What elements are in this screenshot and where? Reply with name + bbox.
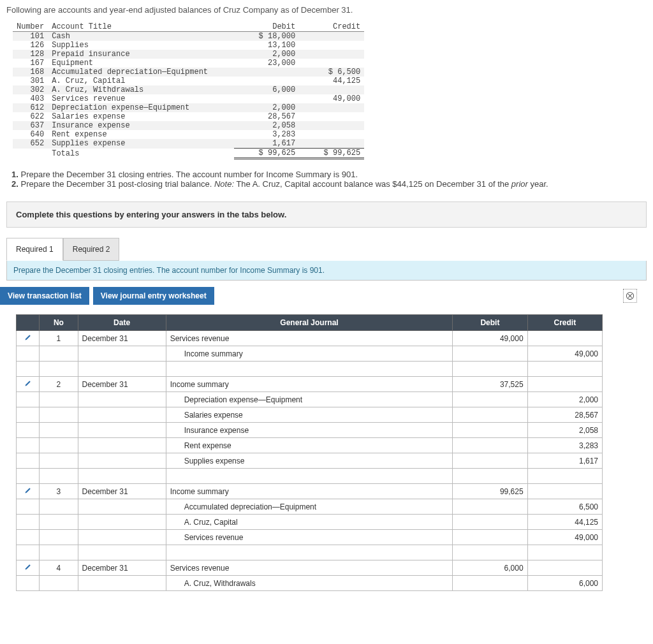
credit-cell[interactable]: 2,000: [527, 392, 602, 407]
credit-cell[interactable]: 2,058: [527, 423, 602, 438]
debit-cell[interactable]: 99,625: [453, 484, 527, 499]
entry-no: [40, 392, 78, 407]
account-cell[interactable]: Rent expense: [166, 438, 453, 453]
credit-cell[interactable]: 3,283: [527, 438, 602, 453]
account-cell[interactable]: Services revenue: [166, 331, 453, 346]
credit-cell[interactable]: 1,617: [527, 453, 602, 469]
entry-no: [40, 453, 78, 469]
entry-date[interactable]: [78, 453, 166, 469]
entry-no: [40, 576, 78, 591]
entry-date[interactable]: [78, 576, 166, 591]
account-cell[interactable]: Insurance expense: [166, 423, 453, 438]
entry-date[interactable]: [78, 392, 166, 407]
account-cell[interactable]: Accumulated depreciation—Equipment: [166, 499, 453, 515]
edit-cell: [17, 499, 40, 515]
entry-no: [40, 438, 78, 453]
tab-required-2[interactable]: Required 2: [63, 238, 120, 261]
entry-date[interactable]: December 31: [78, 484, 166, 499]
edit-cell: [17, 530, 40, 545]
account-cell[interactable]: Services revenue: [166, 560, 453, 576]
task-2-text-a: Prepare the December 31 post-closing tri…: [18, 179, 214, 189]
task-list: 1. Prepare the December 31 closing entri…: [0, 166, 653, 193]
edit-icon[interactable]: [24, 334, 32, 343]
debit-cell[interactable]: [453, 423, 527, 438]
account-cell[interactable]: Income summary: [166, 346, 453, 362]
entry-date[interactable]: [78, 530, 166, 545]
edit-icon[interactable]: [24, 564, 32, 573]
task-1-text: Prepare the December 31 closing entries.…: [18, 170, 358, 179]
task-2-num: 2.: [11, 179, 18, 189]
entry-date[interactable]: December 31: [78, 331, 166, 346]
debit-cell[interactable]: [453, 515, 527, 530]
entry-date[interactable]: [78, 515, 166, 530]
entry-no: [40, 499, 78, 515]
view-transaction-list-button[interactable]: View transaction list: [0, 287, 89, 305]
credit-cell[interactable]: [527, 560, 602, 576]
entry-date[interactable]: [78, 423, 166, 438]
entry-date[interactable]: December 31: [78, 560, 166, 576]
edit-icon[interactable]: [24, 487, 32, 496]
edit-cell: [17, 346, 40, 362]
edit-cell: [17, 392, 40, 407]
credit-cell[interactable]: 28,567: [527, 407, 602, 423]
account-cell[interactable]: Supplies expense: [166, 453, 453, 469]
edit-cell: [17, 407, 40, 423]
entry-date[interactable]: [78, 407, 166, 423]
edit-cell: [17, 576, 40, 591]
credit-cell[interactable]: 49,000: [527, 346, 602, 362]
debit-cell[interactable]: [453, 346, 527, 362]
account-cell[interactable]: Services revenue: [166, 530, 453, 545]
entry-no: [40, 346, 78, 362]
debit-cell[interactable]: [453, 407, 527, 423]
credit-cell[interactable]: 44,125: [527, 515, 602, 530]
edit-cell[interactable]: [17, 484, 40, 499]
credit-cell[interactable]: [527, 377, 602, 392]
entry-no: [40, 515, 78, 530]
edit-cell[interactable]: [17, 331, 40, 346]
tab-required-1[interactable]: Required 1: [6, 238, 63, 261]
entry-no: 3: [40, 484, 78, 499]
credit-cell[interactable]: 6,500: [527, 499, 602, 515]
edit-cell: [17, 438, 40, 453]
debit-cell[interactable]: 49,000: [453, 331, 527, 346]
intro-text: Following are accounts and year-end adju…: [0, 0, 653, 20]
debit-cell[interactable]: [453, 576, 527, 591]
debit-cell[interactable]: [453, 438, 527, 453]
close-icon[interactable]: [623, 289, 637, 303]
credit-cell[interactable]: [527, 331, 602, 346]
entry-no: [40, 423, 78, 438]
debit-cell[interactable]: 37,525: [453, 377, 527, 392]
edit-cell[interactable]: [17, 560, 40, 576]
edit-cell: [17, 423, 40, 438]
debit-cell[interactable]: [453, 392, 527, 407]
entry-date[interactable]: [78, 346, 166, 362]
account-cell[interactable]: Depreciation expense—Equipment: [166, 392, 453, 407]
tab-bar: Required 1 Required 2: [6, 238, 647, 261]
task-2-text-b: The A. Cruz, Capital account balance was…: [234, 179, 511, 189]
prior-italic: prior: [511, 179, 528, 189]
credit-cell[interactable]: [527, 484, 602, 499]
task-2-text-c: year.: [528, 179, 548, 189]
edit-cell: [17, 515, 40, 530]
account-cell[interactable]: A. Cruz, Capital: [166, 515, 453, 530]
entry-date[interactable]: [78, 438, 166, 453]
entry-date[interactable]: December 31: [78, 377, 166, 392]
view-journal-entry-worksheet-button[interactable]: View journal entry worksheet: [93, 287, 214, 305]
account-cell[interactable]: A. Cruz, Withdrawals: [166, 576, 453, 591]
debit-cell[interactable]: [453, 499, 527, 515]
credit-cell[interactable]: 6,000: [527, 576, 602, 591]
account-cell[interactable]: Income summary: [166, 377, 453, 392]
account-cell[interactable]: Income summary: [166, 484, 453, 499]
entry-no: 2: [40, 377, 78, 392]
debit-cell[interactable]: [453, 530, 527, 545]
instruction-panel: Complete this questions by entering your…: [6, 201, 647, 228]
debit-cell[interactable]: [453, 453, 527, 469]
tab-body: Prepare the December 31 closing entries.…: [6, 261, 647, 281]
edit-cell: [17, 453, 40, 469]
credit-cell[interactable]: 49,000: [527, 530, 602, 545]
entry-date[interactable]: [78, 499, 166, 515]
account-cell[interactable]: Salaries expense: [166, 407, 453, 423]
debit-cell[interactable]: 6,000: [453, 560, 527, 576]
edit-cell[interactable]: [17, 377, 40, 392]
edit-icon[interactable]: [24, 380, 32, 389]
